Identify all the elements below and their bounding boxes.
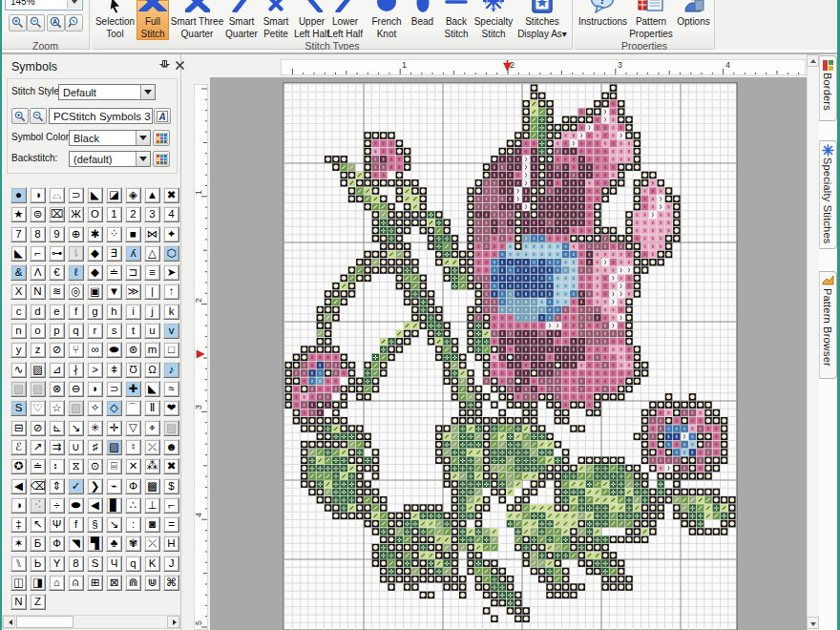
- svg-text:?: ?: [598, 0, 606, 7]
- svg-text:1: 1: [402, 60, 407, 70]
- svg-text:3: 3: [194, 405, 203, 410]
- svg-text:3: 3: [618, 60, 622, 70]
- svg-text:1: 1: [194, 190, 203, 195]
- svg-text:5: 5: [194, 620, 203, 625]
- svg-text:4: 4: [725, 60, 730, 70]
- svg-text:A: A: [52, 18, 57, 25]
- svg-text:2: 2: [194, 298, 203, 303]
- svg-text:A: A: [158, 112, 165, 122]
- svg-text:4: 4: [194, 513, 203, 517]
